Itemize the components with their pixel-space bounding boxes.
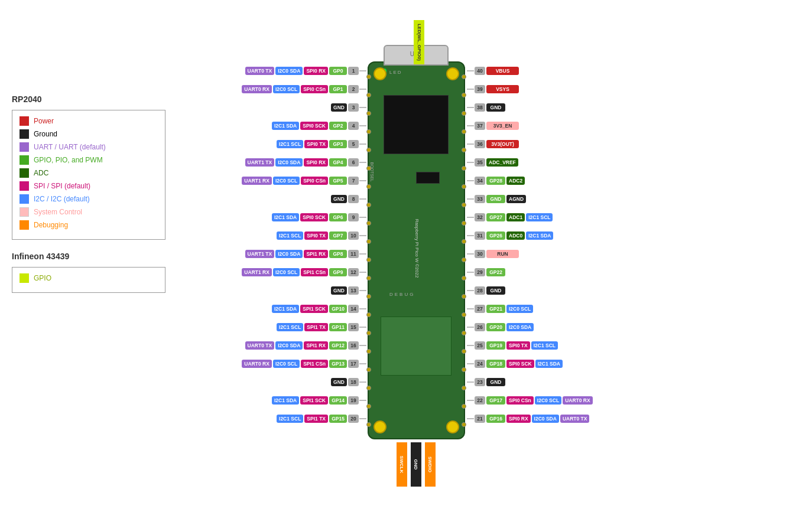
pin-function-label: UART1 RX [242,177,272,185]
right-pin-row: 28GND [467,282,804,299]
connector-line [467,235,474,236]
pin-function-label: SPI1 RX [304,341,328,350]
gnd-label: GND [331,195,347,203]
pin-function-label: I2C0 SDA [275,67,303,75]
corner-circle-bl [373,420,386,433]
connector-line [359,345,366,346]
gnd-strip-bottom: GND [411,442,421,487]
infineon-title: Infineon 43439 [12,252,165,261]
pin-number: 5 [348,140,359,148]
right-pin-row: 24GP18SPI0 SCKI2C1 SDA [467,356,804,373]
connector-line [467,381,474,383]
pin-number: 37 [475,122,485,130]
pin-number: 31 [475,231,485,240]
bootsel-label: BOOTSEL [370,162,374,181]
gp-label: GP8 [329,250,347,258]
uart-label: UART / UART (default) [34,143,106,151]
pin-number: 14 [348,305,359,313]
connector-line [467,400,474,401]
gp-label: GP7 [329,231,347,240]
pin-number: 38 [475,103,485,112]
pin-number: 6 [348,158,359,167]
pinout-wrapper: LED(WL_GPIO0) USB LED BOOTSEL DEBUG Rasp… [184,20,805,493]
pin-function-label: UART0 RX [563,396,593,405]
pin-number: 19 [348,396,359,405]
right-pin-row: 23GND [467,374,804,391]
connector-line [467,363,474,364]
pin-function-label: SPI0 RX [304,158,328,167]
connector-line [467,70,474,71]
pin-function-label: I2C1 SDA [272,305,299,313]
pin-function-label: I2C0 SCL [273,85,300,93]
pin-function-label: UART0 TX [245,341,275,350]
gp-label: GP4 [329,158,347,167]
pin-function-label: SPI1 CSn [301,360,328,368]
gp-label: GP13 [329,360,347,368]
pin-number: 13 [348,286,359,295]
left-pin-row: GND13 [184,282,366,299]
pin-function-label: SPI0 RX [304,67,328,75]
adc-color [20,168,29,178]
connector-line [467,290,474,291]
ground-color [20,129,29,139]
legend-item-debug: Debugging [20,220,158,230]
pin-number: 40 [475,67,485,75]
pin-pad-right [462,294,466,299]
pin-function-label: I2C1 SCL [277,323,303,331]
right-pin-row: 35ADC_VREF [467,154,804,171]
pin-function-label: I2C1 SCL [277,415,303,423]
corner-circle-tr [446,67,459,80]
pin-function-label: ADC2 [506,177,525,185]
pin-function-label: SPI0 CSn [506,396,534,405]
left-pin-row: I2C1 SCLSPI1 TXGP1115 [184,319,366,336]
gp-label: GP12 [329,341,347,350]
gp-label: GP17 [486,396,505,405]
pin-pad-right [462,386,466,390]
copyright-label: Raspberry Pi Pico W ©2022 [414,219,419,278]
ground-label: Ground [34,130,57,138]
i2c-label: I2C / I2C (default) [34,195,90,203]
adc-label: ADC [34,169,48,177]
uart-color [20,142,29,152]
gp-label: GND [486,195,505,203]
power-label: VBUS [486,67,519,75]
gp-label: GP18 [486,360,505,368]
right-pin-row: 27GP21I2C0 SCL [467,301,804,318]
pin-pad-left [366,349,371,354]
gp-label: GP5 [329,177,347,185]
pin-pad-right [462,129,466,134]
pin-function-label: UART1 RX [242,268,272,276]
right-pin-row: 21GP16SPI0 RXI2C0 SDAUART0 TX [467,410,804,428]
pin-number: 22 [475,396,485,405]
gpio-label: GPIO, PIO, and PWM [34,156,103,164]
pin-function-label: SPI1 RX [304,250,328,258]
pin-number: 34 [475,177,485,185]
connector-line [467,180,474,181]
gnd-label: GND [331,378,347,386]
pin-pad-right [462,312,466,317]
pin-pad-left [366,294,371,299]
pin-function-label: I2C0 SCL [273,360,300,368]
pin-number: 8 [348,195,359,203]
gp-label: GP11 [329,323,347,331]
right-pin-row: 363V3(OUT) [467,136,804,153]
gp-label: GP0 [329,67,347,75]
pin-pad-left [366,148,371,152]
left-pins-container: UART0 TXI2C0 SDASPI0 RXGP01UART0 RXI2C0 … [184,63,366,429]
pin-function-label: SPI0 SCK [300,213,328,221]
connector-line [467,272,474,273]
pin-pad-left [366,93,371,97]
connector-line [359,363,366,364]
right-pin-row: 34GP28ADC2 [467,172,804,190]
pin-function-label: UART0 TX [560,415,590,423]
led-strip-top: LED(WL_GPIO0) [414,20,424,64]
legend-item-power: Power [20,116,158,126]
gp-label: GP19 [486,341,505,350]
right-pins-container: 40VBUS39VSYS38GND373V3_EN363V3(OUT)35ADC… [467,63,804,429]
pin-function-label: ADC_VREF [486,158,518,167]
right-pin-row: 32GP27ADC1I2C1 SCL [467,209,804,226]
pin-pad-left [366,111,371,116]
connector-line [467,217,474,218]
pin-number: 10 [348,231,359,240]
left-pin-row: I2C1 SCLSPI0 TXGP710 [184,227,366,244]
